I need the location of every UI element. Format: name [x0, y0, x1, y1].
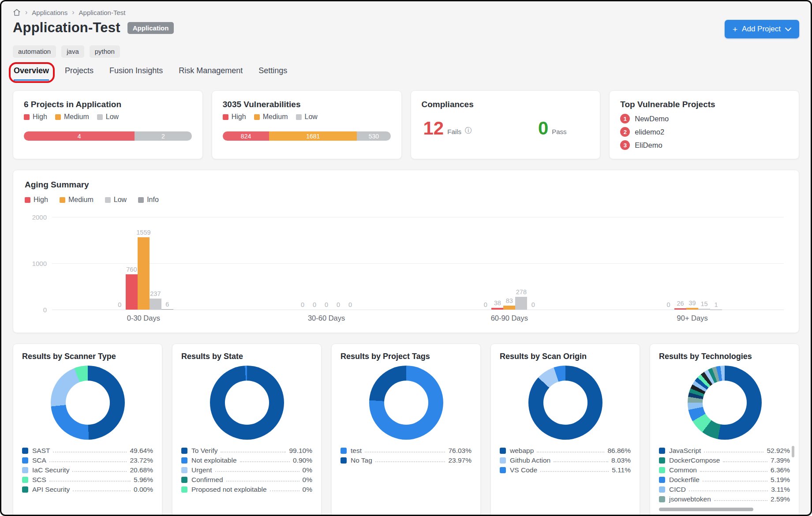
tab-risk-management[interactable]: Risk Management — [179, 66, 243, 81]
legend-percentage: 20.68% — [130, 466, 153, 474]
tab-settings[interactable]: Settings — [258, 66, 287, 81]
tab-projects[interactable]: Projects — [65, 66, 94, 81]
bar-value-label: 1559 — [136, 229, 150, 236]
legend-percentage: 0% — [303, 476, 312, 484]
legend-label: webapp — [510, 447, 534, 455]
donut-chart[interactable] — [528, 366, 602, 440]
legend-item-low: Low — [105, 196, 127, 204]
bar-slot: 0 — [309, 217, 321, 310]
dotted-leader — [226, 481, 299, 482]
legend-percentage: 7.39% — [771, 456, 790, 464]
chart-title: Results by Technologies — [659, 352, 790, 361]
legend-label: Urgent — [191, 466, 212, 474]
bar-slot: 15 — [698, 217, 710, 310]
info-icon[interactable]: ⓘ — [465, 126, 472, 137]
bar-segment: 824 — [223, 131, 269, 141]
legend-label: High — [33, 113, 47, 121]
add-project-button[interactable]: + Add Project — [725, 20, 799, 38]
bar-value-label: 0 — [118, 301, 121, 308]
home-icon[interactable] — [13, 8, 21, 16]
y-axis-tick: 1000 — [26, 260, 47, 267]
legend-color-swatch — [341, 457, 347, 464]
legend-label: Not exploitable — [191, 456, 237, 464]
card-title: 3035 Vulnerabilities — [223, 100, 391, 109]
legend-color-swatch — [181, 467, 187, 473]
legend-label: Low — [305, 113, 318, 121]
dotted-leader — [215, 471, 299, 472]
donut-chart[interactable] — [210, 366, 284, 440]
dotted-leader — [72, 471, 127, 472]
bar-slot: 278 — [515, 217, 527, 310]
bar-group: 02639151 — [601, 217, 784, 310]
plus-icon: + — [733, 25, 737, 34]
breadcrumb-separator-icon: › — [72, 8, 74, 16]
dotted-leader — [540, 471, 609, 472]
bar-slot: 1559 — [138, 217, 150, 310]
legend-percentage: 6.36% — [771, 466, 790, 474]
legend-color-swatch — [22, 467, 28, 473]
tag-chip-automation[interactable]: automation — [13, 45, 56, 58]
tag-chip-python[interactable]: python — [90, 45, 120, 58]
donut-legend-row: CICD3.11% — [659, 484, 790, 494]
donut-chart[interactable] — [369, 366, 443, 440]
bar-slot: 0 — [297, 217, 309, 310]
bar-groups: 0760155923760000003883278002639151 — [52, 217, 784, 310]
breadcrumb-applications[interactable]: Applications — [32, 9, 67, 16]
project-name-link[interactable]: elidemo2 — [635, 128, 664, 136]
bar-segment: 4 — [24, 131, 135, 141]
legend-label: SCA — [32, 456, 46, 464]
donut-chart[interactable] — [688, 366, 762, 440]
tab-fusion-insights[interactable]: Fusion Insights — [109, 66, 163, 81]
bar-value-label: 0 — [325, 301, 328, 308]
legend-color-swatch — [659, 467, 665, 473]
donut-legend-row: webapp86.86% — [500, 445, 631, 455]
donut-chart-area — [181, 366, 312, 440]
bar — [150, 299, 161, 310]
legend-percentage: 5.19% — [771, 476, 790, 484]
legend-color-swatch — [659, 448, 665, 454]
horizontal-scrollbar[interactable] — [659, 508, 753, 511]
tab-overview[interactable]: Overview — [14, 66, 49, 81]
donut-legend-row: Confirmed0% — [181, 474, 312, 484]
bar-slot: 0 — [662, 217, 674, 310]
x-axis-label: 60-90 Days — [418, 314, 601, 322]
legend-percentage: 5.11% — [612, 466, 631, 474]
dotted-leader — [240, 461, 290, 462]
legend-color-swatch — [500, 467, 506, 473]
chevron-down-icon — [785, 27, 791, 31]
application-type-badge: Application — [127, 22, 174, 34]
results-card: Results by StateTo Verify99.10%Not explo… — [172, 344, 322, 516]
bar — [138, 237, 150, 310]
bar-value-label: 0 — [337, 301, 340, 308]
dotted-leader — [714, 500, 767, 501]
project-name-link[interactable]: EliDemo — [635, 141, 662, 150]
dotted-leader — [700, 471, 767, 472]
vertical-scrollbar-thumb[interactable] — [792, 446, 794, 457]
results-card: Results by Scanner TypeSAST49.64%SCA23.7… — [13, 344, 162, 516]
tab-bar: OverviewProjectsFusion InsightsRisk Mana… — [13, 64, 799, 81]
legend-color-swatch — [55, 114, 61, 120]
bar-segment: 2 — [135, 131, 192, 141]
donut-legend-row: Proposed not exploitable0% — [181, 484, 312, 494]
donut-chart-area — [22, 366, 153, 440]
legend-label: Medium — [68, 196, 94, 204]
legend-label: No Tag — [351, 456, 372, 464]
legend-percentage: 3.11% — [771, 486, 790, 494]
page-header: Application-Test Application + Add Proje… — [13, 20, 799, 40]
bar-value-label: 6 — [165, 301, 169, 308]
annotation-highlight — [9, 62, 55, 83]
donut-legend-row: Common6.36% — [659, 464, 790, 474]
bar-value-label: 0 — [667, 301, 670, 308]
donut-legend-row: Not exploitable0.90% — [181, 455, 312, 464]
page-title: Application-Test — [13, 20, 120, 36]
legend-label: Github Action — [510, 456, 550, 464]
tag-chip-java[interactable]: java — [61, 45, 84, 58]
donut-legend: test76.03%No Tag23.97% — [341, 445, 471, 464]
donut-legend-row: SCA23.72% — [22, 455, 153, 464]
legend-label: High — [34, 196, 48, 204]
donut-legend-row: No Tag23.97% — [341, 455, 471, 464]
dotted-leader — [703, 481, 767, 482]
project-name-link[interactable]: NewDemo — [635, 115, 669, 123]
donut-chart[interactable] — [51, 366, 125, 440]
legend-color-swatch — [500, 457, 506, 464]
